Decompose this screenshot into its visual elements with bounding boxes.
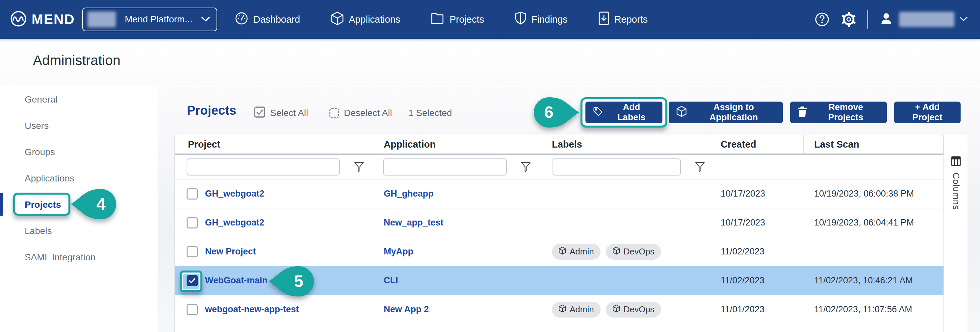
topbar: MEND Mend Platform... Dashboard [0,0,980,39]
application-link[interactable]: GH_gheapp [384,189,434,199]
column-header-labels[interactable]: Labels [541,135,710,153]
main-nav: Dashboard Applications Projects [234,0,648,39]
created-date: 10/17/2023 [721,218,765,228]
annotation-step-number: 6 [538,95,560,130]
project-link[interactable]: GH_webgoat2 [205,218,264,228]
column-header-created[interactable]: Created [710,135,803,153]
tag-icon [593,106,603,119]
sidebar-item-general[interactable]: General [0,87,158,113]
nav-item-applications[interactable]: Applications [330,11,400,28]
row-checkbox[interactable] [186,246,198,258]
table-filter-row [175,155,943,179]
add-labels-button[interactable]: Add Labels [585,101,662,123]
created-date: 11/02/2023 [721,275,764,286]
columns-icon [951,156,961,167]
button-label: Add Labels [608,102,655,123]
projects-section-title: Projects [187,104,236,118]
filter-funnel-icon[interactable] [695,161,705,172]
title-band: Administration [0,39,980,86]
labels-cell [541,209,710,237]
nav-label: Reports [614,14,648,25]
nav-item-reports[interactable]: Reports [598,11,648,28]
project-cell: New Project [175,237,373,266]
org-name-redacted [88,11,116,27]
table-row[interactable]: GH_webgoat2New_app_test10/17/202310/19/2… [175,209,943,237]
project-cell: GH_webgoat2 [175,179,373,208]
annotation-ring-add-labels: Add Labels [581,97,667,128]
application-link[interactable]: CLI [384,275,398,286]
project-cell: GH_webgoat2 [175,209,373,237]
project-link[interactable]: webgoat-new-app-test [205,304,299,315]
cube-icon [330,11,344,28]
remove-projects-button[interactable]: Remove Projects [790,101,887,123]
folder-icon [430,12,445,27]
project-cell: webgoat-new-app-test [175,295,373,324]
project-filter-input[interactable] [186,158,340,175]
sidebar-item-saml-integration[interactable]: SAML Integration [0,244,158,270]
last-scan-cell [803,237,943,266]
sidebar-item-labels[interactable]: Labels [0,218,158,244]
sidebar-item-groups[interactable]: Groups [0,139,158,165]
last-scan-date: 11/02/2023, 11:07:56 AM [814,304,912,315]
last-scan-date: 10/19/2023, 06:04:41 PM [814,218,914,228]
table-row[interactable]: New ProjectMyAppAdminDevOps11/02/2023 [175,237,943,266]
project-link[interactable]: WebGoat-main [205,275,267,286]
columns-panel-toggle[interactable]: Columns [944,135,967,332]
application-link[interactable]: New App 2 [384,304,429,315]
nav-item-projects[interactable]: Projects [430,12,484,27]
row-checkbox[interactable] [186,188,198,199]
nav-item-findings[interactable]: Findings [514,11,568,28]
label-chip-text: DevOps [624,247,655,257]
application-filter-input[interactable] [383,158,507,175]
application-link[interactable]: New_app_test [384,218,444,228]
filter-funnel-icon[interactable] [354,161,364,172]
mend-admin-screen: MEND Mend Platform... Dashboard [0,0,980,332]
column-header-application[interactable]: Application [373,135,541,153]
project-link[interactable]: GH_webgoat2 [205,189,264,199]
last-scan-date: 10/19/2023, 06:00:38 PM [814,189,914,199]
labels-filter-input[interactable] [552,158,681,175]
sidebar-item-users[interactable]: Users [0,113,158,139]
filter-funnel-icon[interactable] [520,161,531,172]
created-date: 11/01/2023 [721,304,764,315]
column-header-project[interactable]: Project [175,135,373,153]
deselect-all-button[interactable]: Deselect All [329,105,392,121]
last-scan-cell: 10/19/2023, 06:00:38 PM [803,179,943,208]
label-chip-text: DevOps [624,304,655,315]
select-all-button[interactable]: Select All [254,105,308,121]
row-checkbox[interactable] [186,217,198,228]
org-selector[interactable]: Mend Platform... [82,8,217,31]
row-checkbox[interactable] [186,304,198,315]
nav-label: Projects [450,14,484,25]
table-row[interactable]: webgoat-new-app-testNew App 2AdminDevOps… [175,295,943,324]
settings-gear-icon[interactable] [840,11,857,28]
nav-item-dashboard[interactable]: Dashboard [234,11,300,28]
annotation-ring-projects [13,193,70,216]
column-header-last-scan[interactable]: Last Scan [803,135,943,153]
last-scan-cell: 11/02/2023, 10:46:21 AM [803,266,943,295]
shield-icon [514,11,527,28]
page-title: Administration [33,52,121,68]
table-row[interactable]: GH_webgoat2GH_gheapp10/17/202310/19/2023… [175,179,943,209]
application-link[interactable]: MyApp [384,247,413,257]
assign-to-application-button[interactable]: Assign to Application [669,101,783,123]
project-link[interactable]: New Project [205,247,256,257]
cube-icon [558,247,566,257]
labels-cell [541,179,710,208]
help-icon[interactable] [814,11,830,27]
annotation-callout-5: 5 [267,264,317,299]
mend-logo-icon [10,10,27,28]
labels-cell: AdminDevOps [541,237,710,266]
label-chip: Admin [552,302,601,318]
labels-cell: AdminDevOps [541,295,710,324]
add-project-button[interactable]: + Add Project [894,101,961,123]
user-menu[interactable] [879,11,967,28]
application-cell: GH_gheapp [373,179,541,208]
created-date: 10/17/2023 [721,189,765,199]
table-header: Project Application Labels Created Last … [175,135,943,155]
username-redacted [899,12,955,27]
trash-icon [797,106,807,119]
projects-table: Project Application Labels Created Last … [174,135,944,332]
annotation-step-number: 5 [288,264,309,299]
topbar-right [814,0,967,39]
